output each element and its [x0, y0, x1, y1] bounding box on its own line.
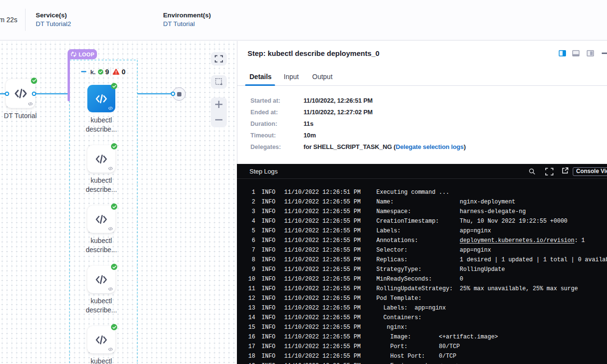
- svg-text:0: 0: [122, 68, 125, 76]
- svg-text:9: 9: [105, 68, 109, 76]
- svg-text:k.: k.: [90, 68, 96, 76]
